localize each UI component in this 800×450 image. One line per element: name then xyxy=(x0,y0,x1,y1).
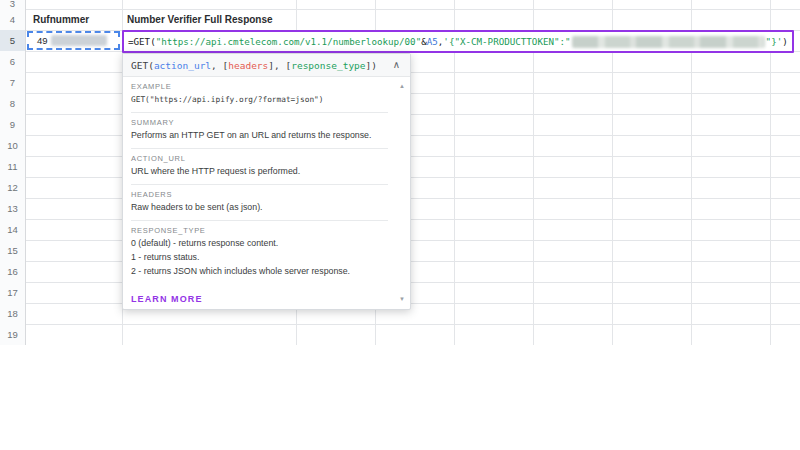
section-text: GET("https://api.ipify.org/?format=json"… xyxy=(131,95,388,105)
cell-a4-rufnummer-header[interactable]: Rufnummer xyxy=(33,9,89,30)
row-header-11[interactable]: 11 xyxy=(0,156,25,177)
row-header-13[interactable]: 13 xyxy=(0,198,25,219)
formula-input[interactable]: =GET("https://api.cmtelecom.com/v1.1/num… xyxy=(122,30,794,53)
redacted-product-token-blur xyxy=(572,36,765,48)
chevron-up-icon[interactable]: ∧ xyxy=(393,60,400,70)
row-header-column: 3 4 5 6 7 8 9 10 11 12 13 14 15 16 17 18… xyxy=(0,0,26,345)
section-summary: SUMMARY Performs an HTTP GET on an URL a… xyxy=(131,113,388,149)
section-text: 2 - returns JSON which includes whole se… xyxy=(131,266,388,277)
row-header-9[interactable]: 9 xyxy=(0,114,25,135)
section-label: SUMMARY xyxy=(131,118,388,127)
row-header-10[interactable]: 10 xyxy=(0,135,25,156)
signature-end: ]) xyxy=(366,60,377,71)
row-header-8[interactable]: 8 xyxy=(0,93,25,114)
row-header-7[interactable]: 7 xyxy=(0,72,25,93)
scroll-down-icon[interactable]: ▼ xyxy=(399,296,405,302)
signature-sep: ], [ xyxy=(268,60,291,71)
formula-headers-open: '{"X-CM-PRODUCTTOKEN":" xyxy=(443,36,570,47)
row-header-6[interactable]: 6 xyxy=(0,51,25,72)
row-header-3[interactable]: 3 xyxy=(0,0,25,9)
signature-arg-response-type: response_type xyxy=(291,60,365,71)
tooltip-body: EXAMPLE GET("https://api.ipify.org/?form… xyxy=(123,77,410,306)
formula-url-string: "https://api.cmtelecom.com/v1.1/numberlo… xyxy=(156,36,422,47)
row-header-14[interactable]: 14 xyxy=(0,219,25,240)
row-header-12[interactable]: 12 xyxy=(0,177,25,198)
section-text: Raw headers to be sent (as json). xyxy=(131,202,388,213)
section-text: URL where the HTTP request is performed. xyxy=(131,166,388,177)
cell-a5-referenced[interactable]: 49 xyxy=(27,31,120,50)
row-header-15[interactable]: 15 xyxy=(0,240,25,261)
row-header-5-selected[interactable]: 5 xyxy=(0,30,25,51)
formula-help-tooltip: GET(action_url, [headers], [response_typ… xyxy=(122,53,411,310)
row-header-18[interactable]: 18 xyxy=(0,303,25,324)
section-label: ACTION_URL xyxy=(131,154,388,163)
cell-b4-response-header[interactable]: Number Verifier Full Response xyxy=(127,9,273,30)
redacted-phone-number-blur xyxy=(51,35,107,46)
row-header-16[interactable]: 16 xyxy=(0,261,25,282)
section-text: 0 (default) - returns response content. xyxy=(131,238,388,249)
section-text: Performs an HTTP GET on an URL and retur… xyxy=(131,130,388,141)
formula-close-string: "}' xyxy=(766,36,783,47)
section-label: RESPONSE_TYPE xyxy=(131,226,388,235)
signature-arg-headers: headers xyxy=(228,60,268,71)
section-label: HEADERS xyxy=(131,190,388,199)
function-signature: GET(action_url, [headers], [response_typ… xyxy=(123,54,410,77)
formula-cell-reference: A5 xyxy=(427,36,438,47)
formula-function-prefix: =GET( xyxy=(128,36,156,47)
section-example: EXAMPLE GET("https://api.ipify.org/?form… xyxy=(131,77,388,113)
row-header-4[interactable]: 4 xyxy=(0,9,25,30)
section-text: 1 - returns status. xyxy=(131,252,388,263)
section-label: EXAMPLE xyxy=(131,82,388,91)
row-header-19[interactable]: 19 xyxy=(0,324,25,345)
learn-more-link[interactable]: LEARN MORE xyxy=(131,294,203,304)
scroll-up-icon[interactable]: ▲ xyxy=(399,83,405,89)
cell-a5-value: 49 xyxy=(37,35,48,46)
section-headers: HEADERS Raw headers to be sent (as json)… xyxy=(131,185,388,221)
section-action-url: ACTION_URL URL where the HTTP request is… xyxy=(131,149,388,185)
formula-close-paren: ) xyxy=(782,36,788,47)
signature-arg-action-url: action_url xyxy=(154,60,211,71)
signature-fn: GET( xyxy=(131,60,154,71)
section-response-type: RESPONSE_TYPE 0 (default) - returns resp… xyxy=(131,221,388,284)
spreadsheet-app: 3 4 5 6 7 8 9 10 11 12 13 14 15 16 17 18… xyxy=(0,0,800,450)
row-header-17[interactable]: 17 xyxy=(0,282,25,303)
signature-sep: , [ xyxy=(211,60,228,71)
